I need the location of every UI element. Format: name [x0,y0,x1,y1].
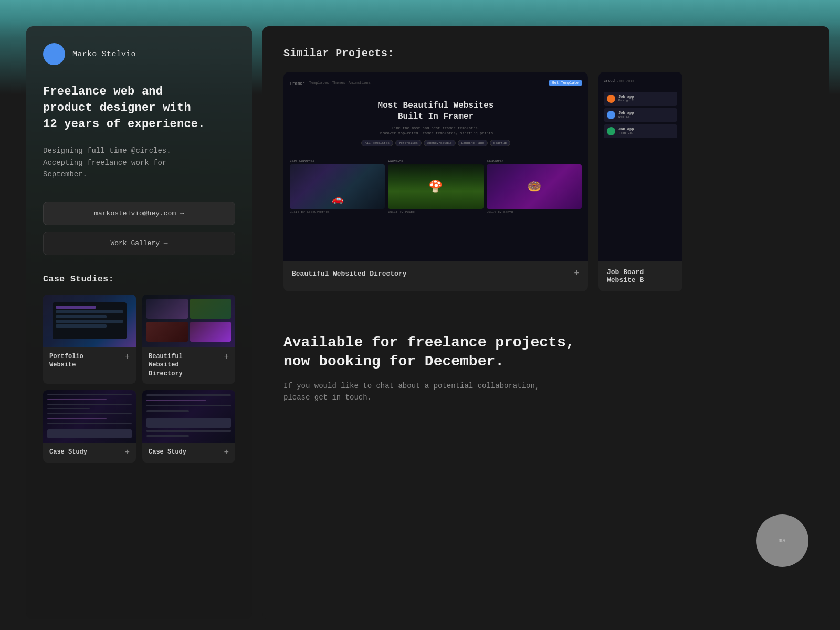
case-plus-portfolio[interactable]: + [124,352,130,362]
case-thumb-beautiful [142,295,235,347]
jb-item-1: Job app Design Co. [604,92,677,106]
available-section: Available for freelance projects, now bo… [284,312,808,414]
case-label-portfolio: PortfolioWebsite [49,352,83,370]
profile-header: Marko Stelvio [43,43,235,65]
project-thumb-framer: Framer Templates Themes Animations Get T… [284,72,588,261]
main-panel: Similar Projects: Framer Templates Theme… [262,26,830,620]
hero-text: Freelance web and product designer with … [43,84,235,132]
case-card-4[interactable]: Case Study + [142,390,235,463]
case-card-3[interactable]: Case Study + [43,390,136,463]
case-studies-title: Case Studies: [43,274,235,284]
case-thumb-portfolio [43,295,136,347]
jb-items: Job app Design Co. Job app Web Co. [604,92,677,138]
case-card-portfolio[interactable]: PortfolioWebsite + [43,295,136,384]
available-subtitle: If you would like to chat about a potent… [284,380,808,404]
framer-nav: Framer Templates Themes Animations Get T… [290,78,582,88]
avatar [43,43,65,65]
project-label-jobboard: Job Board Website B [607,268,674,284]
gallery-button[interactable]: Work Gallery → [43,232,235,255]
framer-gallery: Code Cavernes Built by CodeCavernes Quan… [290,159,582,214]
project-plus-framer[interactable]: + [574,268,580,279]
case-studies-grid: PortfolioWebsite + BeautifulWebsitedDire… [43,295,235,463]
case-card-beautiful[interactable]: BeautifulWebsitedDirectory + [142,295,235,384]
case-label-3: Case Study [49,448,87,457]
available-title: Available for freelance projects, now bo… [284,333,808,372]
email-button[interactable]: markostelvio@hey.com → [43,202,235,225]
jb-item-3: Job app Tech Co. [604,124,677,138]
projects-row: Framer Templates Themes Animations Get T… [284,72,808,291]
jb-item-2: Job app Web Co. [604,108,677,122]
sub-text: Designing full time @circles. Accepting … [43,145,235,180]
project-card-framer[interactable]: Framer Templates Themes Animations Get T… [284,72,588,291]
profile-name: Marko Stelvio [72,50,136,59]
case-plus-3[interactable]: + [124,448,130,457]
chat-bubble[interactable] [756,514,808,567]
sidebar-panel: Marko Stelvio Freelance web and product … [26,26,252,620]
case-thumb-4 [142,390,235,443]
case-label-4: Case Study [149,448,186,457]
framer-hero: Most Beautiful Websites Built In Framer … [290,92,582,151]
jb-nav: croud Jobs Abio [604,77,677,85]
similar-projects-title: Similar Projects: [284,47,808,59]
project-thumb-jobboard: croud Jobs Abio Job app Design Co. [598,72,682,261]
case-thumb-3 [43,390,136,443]
case-plus-4[interactable]: + [224,448,229,457]
case-label-beautiful: BeautifulWebsitedDirectory [149,352,183,379]
case-plus-beautiful[interactable]: + [224,352,229,362]
project-card-jobboard[interactable]: croud Jobs Abio Job app Design Co. [598,72,682,291]
project-label-framer: Beautiful Websited Directory [292,270,406,278]
